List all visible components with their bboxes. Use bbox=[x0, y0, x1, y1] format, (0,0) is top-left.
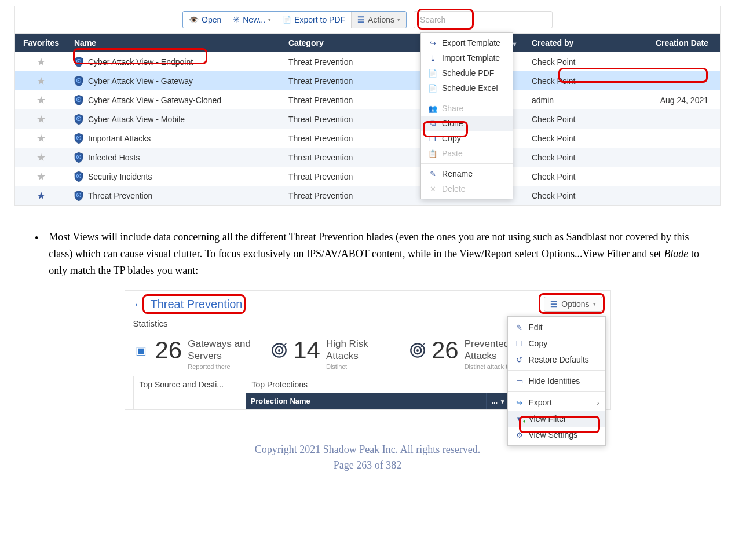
menu-restore-defaults[interactable]: ↺Restore Defaults bbox=[508, 352, 605, 368]
col-created-by[interactable]: Created by bbox=[525, 34, 612, 52]
creation-date-cell bbox=[612, 148, 720, 167]
shield-icon bbox=[74, 57, 83, 67]
share-icon: 👥 bbox=[428, 104, 437, 113]
options-menu: ✎Edit ❐Copy ↺Restore Defaults ▭Hide Iden… bbox=[507, 316, 606, 446]
gear-icon: ⚙ bbox=[515, 431, 524, 440]
actions-label: Actions bbox=[368, 15, 394, 24]
export-pdf-button[interactable]: 📄 Export to PDF bbox=[277, 12, 351, 28]
favorite-star[interactable]: ★ bbox=[15, 148, 67, 167]
created-by-cell: Check Point bbox=[525, 167, 612, 186]
view-title: Threat Prevention bbox=[151, 298, 243, 311]
favorite-star[interactable]: ★ bbox=[15, 90, 67, 109]
table-row[interactable]: ★Cyber Attack View - MobileThreat Preven… bbox=[15, 109, 720, 129]
stat-sub: Distinct bbox=[326, 363, 396, 370]
paste-icon: 📋 bbox=[428, 149, 437, 158]
col-protection-name[interactable]: Protection Name bbox=[246, 393, 487, 409]
menu-hide-identities[interactable]: ▭Hide Identities bbox=[508, 373, 605, 389]
copy-icon: ❐ bbox=[515, 339, 524, 348]
menu-rename[interactable]: ✎Rename bbox=[421, 166, 513, 181]
menu-label: Restore Defaults bbox=[529, 355, 589, 364]
svg-point-11 bbox=[78, 156, 79, 157]
table-row[interactable]: ★Infected HostsThreat PreventionCheck Po… bbox=[15, 148, 720, 167]
table-row[interactable]: ★Cyber Attack View - GatewayThreat Preve… bbox=[15, 71, 720, 90]
name-cell: Important Attacks bbox=[67, 129, 281, 148]
menu-schedule-excel[interactable]: 📄Schedule Excel bbox=[421, 80, 513, 96]
menu-label: View Filter bbox=[529, 414, 566, 423]
col-favorites[interactable]: Favorites bbox=[15, 34, 67, 52]
table-row[interactable]: ★Important AttacksThreat PreventionCheck… bbox=[15, 129, 720, 148]
table-row[interactable]: ★Cyber Attack View - Gateway-ClonedThrea… bbox=[15, 90, 720, 109]
menu-label: Export Template bbox=[442, 38, 500, 47]
menu-view-settings[interactable]: ⚙View Settings bbox=[508, 427, 605, 443]
bullet-icon: • bbox=[35, 230, 38, 279]
menu-label: Rename bbox=[442, 169, 473, 178]
paragraph-text-1: Most Views will include data concerning … bbox=[49, 231, 689, 259]
name-cell: Cyber Attack View - Gateway bbox=[67, 71, 281, 90]
favorite-star[interactable]: ★ bbox=[15, 52, 67, 71]
table-row[interactable]: ★Threat PreventionThreat PreventionCheck… bbox=[15, 186, 720, 205]
col-creation-date[interactable]: Creation Date bbox=[612, 34, 720, 52]
target-icon bbox=[409, 338, 426, 363]
menu-import-template[interactable]: ⤓Import Template bbox=[421, 50, 513, 65]
table-row[interactable]: ★Security IncidentsThreat PreventionChec… bbox=[15, 167, 720, 186]
menu-icon: ☰ bbox=[357, 15, 365, 24]
options-button[interactable]: ☰ Options ▾ bbox=[544, 297, 602, 312]
row-name: Important Attacks bbox=[88, 134, 151, 143]
favorite-star[interactable]: ★ bbox=[15, 167, 67, 186]
menu-export[interactable]: ↪Export› bbox=[508, 394, 605, 411]
creation-date-cell bbox=[612, 129, 720, 148]
chevron-right-icon: › bbox=[597, 398, 599, 407]
svg-point-1 bbox=[78, 60, 79, 61]
chevron-down-icon: ▾ bbox=[397, 17, 400, 23]
view-title-group: ← Threat Prevention bbox=[133, 298, 243, 311]
name-cell: Threat Prevention bbox=[67, 186, 281, 205]
menu-clone[interactable]: ⧉Clone bbox=[421, 116, 513, 131]
creation-date-cell bbox=[612, 167, 720, 186]
creation-date-cell bbox=[612, 186, 720, 205]
table-row[interactable]: ★Cyber Attack View - EndpointThreat Prev… bbox=[15, 52, 720, 71]
menu-label: Clone bbox=[442, 119, 463, 128]
menu-export-template[interactable]: ↪Export Template bbox=[421, 35, 513, 50]
toolbar: 👁️‍ Open ✳ New... ▾ 📄 Export to PDF ☰ Ac… bbox=[15, 6, 720, 34]
stat-high-risk: 14 High Risk Attacks Distinct bbox=[271, 338, 396, 370]
actions-button[interactable]: ☰ Actions ▾ bbox=[351, 12, 406, 28]
view-header: ← Threat Prevention ☰ Options ▾ bbox=[125, 291, 610, 316]
menu-label: Share bbox=[442, 104, 463, 113]
open-button[interactable]: 👁️‍ Open bbox=[183, 12, 227, 28]
menu-view-filter[interactable]: ▼●View Filter bbox=[508, 411, 605, 427]
favorite-star[interactable]: ★ bbox=[15, 186, 67, 205]
id-icon: ▭ bbox=[515, 377, 524, 386]
stat-gateways: ▣ 26 Gateways and Servers Reported there bbox=[133, 338, 258, 370]
favorite-star[interactable]: ★ bbox=[15, 71, 67, 90]
menu-edit[interactable]: ✎Edit bbox=[508, 319, 605, 335]
menu-schedule-pdf[interactable]: 📄Schedule PDF bbox=[421, 65, 513, 80]
page-footer: Copyright 2021 Shadow Peak Inc. All righ… bbox=[0, 442, 735, 473]
widget-top-src-dst[interactable]: Top Source and Desti... bbox=[133, 376, 243, 409]
col-name[interactable]: Name bbox=[67, 34, 281, 52]
menu-label: Export bbox=[529, 398, 552, 407]
row-name: Infected Hosts bbox=[88, 153, 140, 162]
edit-icon: ✎ bbox=[515, 323, 524, 332]
created-by-cell: admin bbox=[525, 90, 612, 109]
svg-point-21 bbox=[416, 349, 419, 352]
svg-point-18 bbox=[278, 349, 280, 352]
menu-copy[interactable]: ❐Copy bbox=[421, 131, 513, 146]
favorite-star[interactable]: ★ bbox=[15, 129, 67, 148]
new-button[interactable]: ✳ New... ▾ bbox=[227, 12, 277, 28]
favorite-star[interactable]: ★ bbox=[15, 109, 67, 129]
chevron-down-icon: ▾ bbox=[593, 301, 596, 307]
search-input[interactable]: Search bbox=[414, 11, 553, 28]
separator bbox=[508, 370, 605, 371]
sparkle-icon: ✳ bbox=[233, 15, 240, 24]
menu-copy[interactable]: ❐Copy bbox=[508, 335, 605, 352]
row-name: Threat Prevention bbox=[88, 191, 152, 200]
back-arrow-icon[interactable]: ← bbox=[133, 298, 145, 311]
eye-icon: 👁️‍ bbox=[189, 15, 199, 24]
filter-icon: ▼● bbox=[515, 415, 524, 423]
separator bbox=[421, 98, 513, 98]
views-table-screenshot: 👁️‍ Open ✳ New... ▾ 📄 Export to PDF ☰ Ac… bbox=[14, 6, 721, 206]
col-category-label: Category bbox=[288, 38, 324, 47]
shield-icon bbox=[74, 152, 83, 163]
menu-paste: 📋Paste bbox=[421, 146, 513, 161]
created-by-cell: Check Point bbox=[525, 52, 612, 71]
